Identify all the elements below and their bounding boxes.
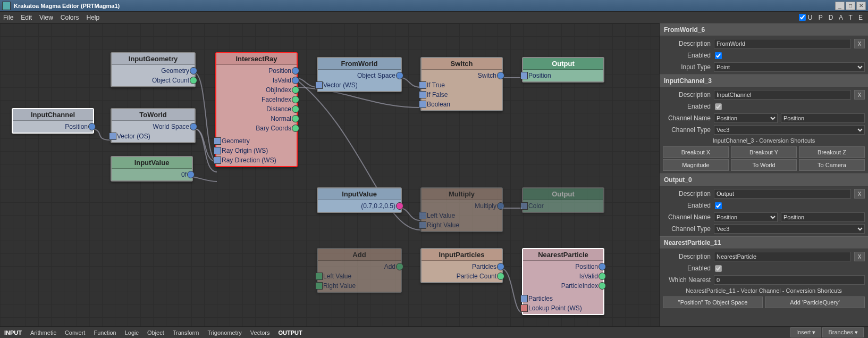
channelname-input[interactable] [781,113,865,123]
node-multiply[interactable]: Multiply Multiply Left Value Right Value [420,187,503,232]
port-in[interactable]: Boolean [422,100,502,109]
port-out[interactable]: Multiply [422,201,502,211]
port-out[interactable]: Normal [216,114,297,123]
port-out[interactable]: FaceIndex [216,95,297,104]
position-to-objectspace-button[interactable]: "Position" To Object Space [663,296,763,308]
menu-colors[interactable]: Colors [61,14,79,21]
port-out[interactable]: Position [13,122,93,131]
port-out[interactable]: Position [523,262,603,271]
node-output-position[interactable]: Output Position [522,57,604,83]
port-in[interactable]: Left Value [422,211,502,220]
breakout-x-button[interactable]: Breakout X [663,146,729,158]
magnitude-button[interactable]: Magnitude [663,159,729,171]
port-in[interactable]: If True [422,80,502,90]
port-out[interactable]: Geometry [112,66,195,76]
category[interactable]: Vectors [250,329,270,336]
description-input[interactable] [714,39,851,48]
port-out[interactable]: Add [318,262,401,271]
port-in[interactable]: Left Value [318,271,401,281]
section-header[interactable]: InputChannel_3 [660,75,868,87]
clear-button[interactable]: X [854,252,865,261]
port-in[interactable]: If False [422,90,502,100]
node-add[interactable]: Add Add Left Value Right Value [317,248,402,293]
port-out[interactable]: Particles [422,262,502,271]
section-header[interactable]: NearestParticle_11 [660,236,868,249]
insert-button[interactable]: Insert ▾ [790,327,822,337]
node-toworld[interactable]: ToWorld World Space Vector (OS) [111,108,196,143]
menu-help[interactable]: Help [87,14,100,21]
port-out[interactable]: (0.7,0.2,0.5) [318,201,401,211]
channeltype-select[interactable]: Vec3 [714,224,865,234]
description-input[interactable] [714,90,851,100]
channelname-input[interactable] [781,212,865,222]
channeltype-select[interactable]: Vec3 [714,125,865,135]
port-in[interactable]: Vector (WS) [318,80,401,90]
clear-button[interactable]: X [854,189,865,199]
minimize-button[interactable]: _ [835,2,845,10]
port-out[interactable]: ObjIndex [216,85,297,95]
node-nearestparticle[interactable]: NearestParticle Position IsValid Particl… [522,248,604,315]
add-particlequery-button[interactable]: Add 'ParticleQuery' [765,296,865,308]
category-input[interactable]: INPUT [4,329,22,336]
category[interactable]: Convert [65,329,86,336]
clear-button[interactable]: X [854,39,865,48]
port-out[interactable]: IsValid [523,271,603,281]
category[interactable]: Object [147,329,164,336]
node-switch[interactable]: Switch Switch If True If False Boolean [420,57,503,111]
port-out[interactable]: Switch [422,71,502,80]
tocamera-button[interactable]: To Camera [799,159,865,171]
port-in[interactable]: Ray Origin (WS) [216,146,297,155]
node-inputchannel[interactable]: InputChannel Position [12,108,94,134]
section-header[interactable]: FromWorld_6 [660,23,868,36]
port-in[interactable]: Geometry [216,136,297,146]
channelname-select[interactable]: Position [714,113,778,123]
menu-file[interactable]: File [3,14,13,21]
node-output-color[interactable]: Output Color [522,187,604,213]
port-out[interactable]: Object Count [112,76,195,85]
inputtype-select[interactable]: Point [714,62,865,72]
clear-button[interactable]: X [854,90,865,100]
port-out[interactable]: 0f [112,170,192,179]
channelname-select[interactable]: Position [714,212,778,222]
enabled-checkbox[interactable] [715,52,722,59]
node-intersectray[interactable]: IntersectRay Position IsValid ObjIndex F… [215,52,298,167]
node-inputvalue-1[interactable]: InputValue 0f [111,156,193,182]
port-out[interactable]: World Space [112,122,195,131]
menu-edit[interactable]: Edit [21,14,32,21]
port-out[interactable]: Position [216,66,297,76]
whichnearest-input[interactable] [714,275,865,285]
enabled-checkbox[interactable] [715,202,722,209]
port-in[interactable]: Particles [523,294,603,303]
node-canvas[interactable]: InputChannel Position InputGeometry Geom… [0,23,659,326]
category[interactable]: Trigonometry [207,329,241,336]
close-button[interactable]: ✕ [856,2,866,10]
maximize-button[interactable]: □ [846,2,855,10]
description-input[interactable] [714,252,851,261]
toworld-button[interactable]: To World [731,159,797,171]
port-out[interactable]: Distance [216,104,297,114]
node-inputvalue-2[interactable]: InputValue (0.7,0.2,0.5) [317,187,402,213]
menu-view[interactable]: View [39,14,53,21]
port-in[interactable]: Right Value [422,220,502,230]
port-out[interactable]: IsValid [216,76,297,85]
category[interactable]: Function [94,329,116,336]
breakout-y-button[interactable]: Breakout Y [731,146,797,158]
port-in[interactable]: Color [523,201,603,211]
port-in[interactable]: Ray Direction (WS) [216,155,297,165]
section-header[interactable]: Output_0 [660,174,868,186]
node-fromworld[interactable]: FromWorld Object Space Vector (WS) [317,57,402,92]
node-inputparticles[interactable]: InputParticles Particles Particle Count [420,248,503,283]
port-in[interactable]: Right Value [318,281,401,291]
category[interactable]: Arithmetic [30,329,56,336]
port-in[interactable]: Lookup Point (WS) [523,303,603,313]
port-out[interactable]: ParticleIndex [523,281,603,291]
branches-button[interactable]: Branches ▾ [822,327,864,337]
category[interactable]: Logic [125,329,139,336]
port-in[interactable]: Position [523,71,603,80]
description-input[interactable] [714,189,851,199]
category[interactable]: Transform [173,329,199,336]
port-out[interactable]: Bary Coords [216,123,297,133]
category-output[interactable]: OUTPUT [279,329,302,336]
port-out[interactable]: Object Space [318,71,401,80]
node-inputgeometry[interactable]: InputGeometry Geometry Object Count [111,52,196,87]
